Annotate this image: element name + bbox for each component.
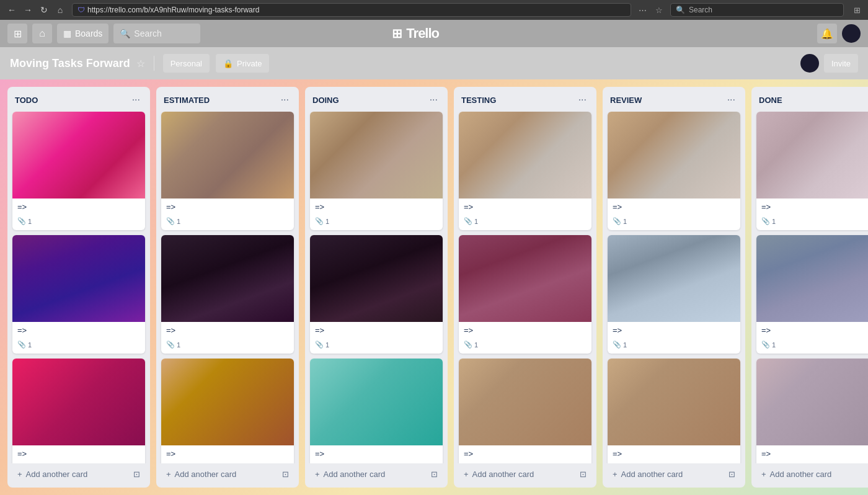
- workspace-label: Personal: [170, 59, 202, 68]
- column-footer-done: + Add another card ⊡: [751, 463, 868, 488]
- card-meta: 📎 1: [315, 217, 438, 225]
- column-review: REVIEW ··· => 📎 1 => 📎 1: [603, 87, 745, 488]
- refresh-button[interactable]: ↻: [37, 3, 51, 17]
- card-image: [12, 235, 145, 322]
- apps-button[interactable]: ⊞: [7, 24, 27, 43]
- table-row[interactable]: => 📎 1: [310, 235, 443, 354]
- bookmark-button[interactable]: ☆: [653, 4, 665, 16]
- column-body-estimated: => 📎 1 => 📎 1: [156, 112, 299, 463]
- table-row[interactable]: => 📎 1: [459, 112, 591, 230]
- notifications-button[interactable]: 🔔: [817, 24, 837, 43]
- trello-wordmark: Trello: [406, 25, 439, 42]
- attachment-icon: 📎: [166, 341, 175, 349]
- table-row[interactable]: => 📎 1: [161, 235, 294, 354]
- add-card-button[interactable]: + Add another card ⊡: [756, 466, 868, 483]
- browser-search[interactable]: 🔍 Search: [670, 3, 844, 17]
- add-card-label: Add another card: [770, 470, 832, 479]
- card-image: [12, 359, 145, 445]
- column-menu-todo[interactable]: ···: [130, 93, 143, 107]
- column-menu-estimated[interactable]: ···: [278, 93, 291, 107]
- card-content: => 📎 1: [756, 445, 868, 463]
- trello-logo: ⊞ Trello: [392, 25, 439, 42]
- card-content: => 📎 1: [12, 322, 145, 354]
- add-card-button[interactable]: + Add another card ⊡: [608, 466, 740, 483]
- template-icon: ⊡: [282, 470, 289, 479]
- card-attachments: 📎 1: [166, 217, 180, 225]
- table-row[interactable]: => 📎 1: [756, 359, 868, 463]
- attachment-count: 1: [474, 218, 478, 225]
- card-content: => 📎 1: [12, 445, 145, 463]
- visibility-button[interactable]: 🔒 Private: [216, 54, 269, 73]
- card-content: => 📎 1: [161, 198, 294, 230]
- star-button[interactable]: ☆: [136, 58, 145, 69]
- add-card-button[interactable]: + Add another card ⊡: [161, 466, 294, 483]
- card-content: => 📎 1: [756, 198, 868, 230]
- attachment-icon: 📎: [761, 341, 770, 349]
- home-button[interactable]: ⌂: [53, 3, 67, 17]
- column-menu-doing[interactable]: ···: [427, 93, 440, 107]
- column-menu-review[interactable]: ···: [725, 93, 738, 107]
- table-row[interactable]: => 📎 1: [756, 235, 868, 354]
- column-body-review: => 📎 1 => 📎 1: [603, 112, 745, 463]
- tabs-button[interactable]: ⊞: [851, 4, 863, 16]
- column-footer-estimated: + Add another card ⊡: [156, 463, 299, 488]
- template-icon: ⊡: [133, 470, 140, 479]
- column-title-review: REVIEW: [610, 96, 642, 105]
- board-content: TODO ··· => 📎 1 => 📎 1: [0, 79, 868, 495]
- card-image: [310, 235, 443, 322]
- table-row[interactable]: => 📎 1: [310, 112, 443, 230]
- user-avatar[interactable]: [842, 24, 861, 43]
- column-estimated: ESTIMATED ··· => 📎 1 => 📎 1: [156, 87, 299, 488]
- address-bar[interactable]: 🛡 https://trello.com/b/xA9nhRuw/moving-t…: [72, 3, 631, 17]
- back-button[interactable]: ←: [5, 3, 19, 17]
- table-row[interactable]: => 📎 1: [12, 112, 145, 230]
- column-footer-doing: + Add another card ⊡: [305, 463, 448, 488]
- attachment-count: 1: [772, 218, 776, 225]
- card-image: [161, 235, 294, 322]
- column-menu-testing[interactable]: ···: [576, 93, 589, 107]
- add-icon: +: [761, 470, 766, 479]
- card-image: [459, 112, 591, 198]
- home-nav-button[interactable]: ⌂: [32, 24, 52, 43]
- add-icon: +: [166, 470, 171, 479]
- search-button[interactable]: 🔍 Search: [113, 24, 200, 43]
- table-row[interactable]: => 📎 1: [161, 359, 294, 463]
- add-card-button[interactable]: + Add another card ⊡: [459, 466, 591, 483]
- table-row[interactable]: => 📎 1: [459, 359, 591, 463]
- forward-button[interactable]: →: [21, 3, 35, 17]
- add-card-button[interactable]: + Add another card ⊡: [12, 466, 145, 483]
- table-row[interactable]: => 📎 1: [459, 235, 591, 354]
- table-row[interactable]: => 📎 1: [310, 359, 443, 463]
- table-row[interactable]: => 📎 1: [608, 235, 740, 354]
- attachment-icon: 📎: [166, 217, 175, 225]
- column-doing: DOING ··· => 📎 1 => 📎 1: [305, 87, 448, 488]
- card-meta: 📎 1: [315, 341, 438, 349]
- card-content: => 📎 1: [12, 198, 145, 230]
- attachment-icon: 📎: [315, 217, 324, 225]
- card-content: => 📎 1: [161, 322, 294, 354]
- extensions-button[interactable]: ⋯: [636, 4, 649, 16]
- board-user-avatar[interactable]: [800, 54, 819, 73]
- attachment-icon: 📎: [464, 217, 472, 225]
- nav-search-label: Search: [134, 29, 161, 38]
- card-image: [756, 359, 868, 445]
- card-meta: 📎 1: [166, 217, 289, 225]
- boards-button[interactable]: ▦ Boards: [57, 24, 108, 43]
- table-row[interactable]: => 📎 1: [161, 112, 294, 230]
- table-row[interactable]: => 📎 1: [608, 359, 740, 463]
- table-row[interactable]: => 📎 1: [12, 235, 145, 354]
- table-row[interactable]: => 📎 1: [756, 112, 868, 230]
- column-body-testing: => 📎 1 => 📎 1: [454, 112, 596, 463]
- attachment-icon: 📎: [613, 341, 621, 349]
- url-text: https://trello.com/b/xA9nhRuw/moving-tas…: [87, 6, 259, 14]
- table-row[interactable]: => 📎 1: [12, 359, 145, 463]
- table-row[interactable]: => 📎 1: [608, 112, 740, 230]
- workspace-button[interactable]: Personal: [163, 54, 210, 73]
- card-text: =>: [761, 449, 868, 460]
- trello-navbar: ⊞ ⌂ ▦ Boards 🔍 Search ⊞ Trello 🔔: [0, 20, 868, 47]
- add-card-button[interactable]: + Add another card ⊡: [310, 466, 443, 483]
- add-icon: +: [613, 470, 618, 479]
- card-text: =>: [464, 449, 587, 460]
- template-icon: ⊡: [431, 470, 438, 479]
- invite-button[interactable]: Invite: [824, 54, 858, 73]
